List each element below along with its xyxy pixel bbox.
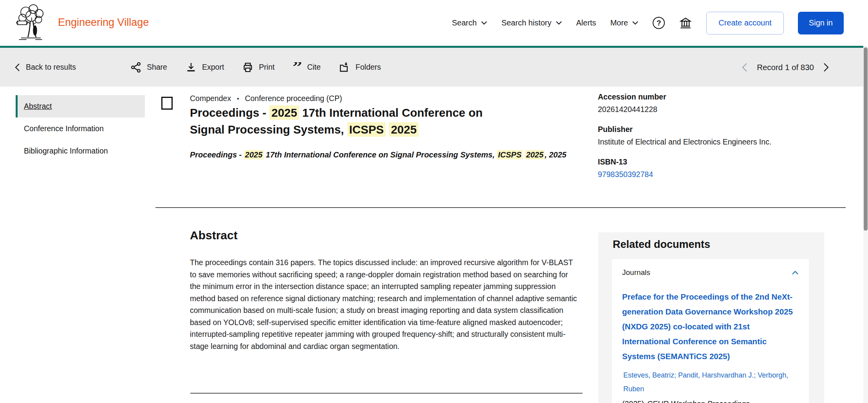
isbn-label: ISBN-13 (598, 157, 845, 166)
nav-more[interactable]: More (610, 18, 639, 27)
chevron-left-icon (742, 63, 747, 72)
abstract-heading: Abstract (190, 229, 238, 242)
folders-button[interactable]: Folders (339, 61, 381, 73)
title-highlight: 2025 (269, 105, 299, 120)
printer-icon (242, 61, 254, 73)
bullet-separator: • (237, 95, 239, 102)
record-metadata-panel: Accession number 20261420441228 Publishe… (598, 92, 845, 190)
citation-segment: Proceedings - (190, 150, 244, 159)
database-label: Compendex (190, 94, 231, 103)
record-citation: Proceedings - 2025 17th International Co… (190, 150, 585, 159)
sidebar-item-abstract-label: Abstract (24, 102, 52, 111)
related-documents-panel: Related documents Journals Preface for t… (598, 232, 824, 403)
related-document-year: (2025) (622, 399, 644, 403)
section-divider (155, 207, 846, 208)
engineering-village-record-page: Engineering Village Search Search histor… (0, 0, 868, 403)
sign-in-button[interactable]: Sign in (798, 12, 844, 34)
back-to-results-button[interactable]: Back to results (15, 63, 76, 72)
journals-group-label: Journals (622, 268, 650, 277)
citation-highlight: 2025 (525, 150, 545, 159)
accession-number-field: Accession number 20261420441228 (598, 92, 845, 114)
folders-label: Folders (356, 63, 381, 72)
nav-search-history-label: Search history (502, 18, 552, 27)
cite-button[interactable]: ” Cite (292, 62, 321, 72)
related-document-authors-links[interactable]: Esteves, Beatriz; Pandit, Harshvardhan J… (612, 364, 809, 396)
related-document-source-title: CEUR Workshop Proceedings (647, 399, 749, 403)
citation-highlight: ICSPS (497, 150, 523, 159)
accession-number-label: Accession number (598, 92, 845, 101)
sidebar-item-bibliographic-information[interactable]: Bibliographic Information (16, 140, 145, 162)
record-pagination-label: Record 1 of 830 (757, 63, 814, 72)
page-scrollbar-thumb[interactable] (864, 47, 868, 231)
brand-name: Engineering Village (58, 16, 149, 29)
related-document-title-link[interactable]: Preface for the Proceedings of the 2nd N… (612, 280, 809, 364)
nav-alerts[interactable]: Alerts (576, 18, 596, 27)
download-icon (185, 61, 197, 73)
nav-search[interactable]: Search (452, 18, 487, 27)
previous-record-button[interactable] (742, 63, 747, 72)
chevron-right-icon (823, 63, 829, 72)
nav-search-history[interactable]: Search history (502, 18, 562, 27)
publisher-label: Publisher (598, 125, 845, 134)
accession-number-value: 20261420441228 (598, 105, 845, 114)
related-document-source: (2025)CEUR Workshop Proceedings (612, 396, 809, 403)
nav-alerts-label: Alerts (576, 18, 596, 27)
sidebar-item-conference-information-label: Conference Information (24, 124, 104, 133)
share-button[interactable]: Share (130, 61, 167, 73)
citation-segment: , 2025 (545, 150, 567, 159)
citation-segment: 17th International Conference on Signal … (263, 150, 497, 159)
share-label: Share (147, 63, 167, 72)
citation-highlight: 2025 (244, 150, 264, 159)
document-type-label: Conference proceeding (CP) (245, 94, 342, 103)
isbn-link[interactable]: 9798350392784 (598, 170, 845, 179)
institution-bank-icon[interactable] (679, 16, 692, 30)
isbn-field: ISBN-13 9798350392784 (598, 157, 845, 179)
next-record-button[interactable] (823, 63, 829, 72)
create-account-button[interactable]: Create account (706, 12, 784, 34)
title-segment: Proceedings - (190, 106, 269, 119)
export-button[interactable]: Export (185, 61, 224, 73)
chevron-down-icon (556, 21, 562, 25)
nav-search-label: Search (452, 18, 476, 27)
section-nav: Abstract Conference Information Bibliogr… (16, 95, 145, 162)
nav-more-label: More (610, 18, 628, 27)
print-label: Print (259, 63, 274, 72)
export-label: Export (202, 63, 224, 72)
sidebar-item-bibliographic-information-label: Bibliographic Information (24, 146, 108, 155)
record-select-checkbox[interactable] (161, 97, 173, 110)
folder-add-icon (339, 61, 350, 73)
title-highlight: 2025 (389, 122, 419, 137)
sidebar-item-abstract[interactable]: Abstract (16, 95, 145, 117)
elsevier-tree-logo-icon (16, 3, 46, 42)
record-title: Proceedings - 2025 17th International Co… (190, 104, 484, 138)
back-to-results-label: Back to results (26, 63, 76, 72)
chevron-up-icon (792, 271, 799, 275)
sidebar-item-conference-information[interactable]: Conference Information (16, 117, 145, 140)
record-meta-row: Compendex • Conference proceeding (CP) (190, 94, 342, 103)
record-pagination: Record 1 of 830 (742, 63, 829, 72)
share-icon (130, 61, 142, 73)
chevron-down-icon (481, 21, 487, 25)
title-highlight: ICSPS (347, 122, 386, 137)
abstract-text: The proceedings contain 316 papers. The … (190, 257, 578, 352)
brand-logo[interactable]: Engineering Village (16, 3, 149, 42)
cite-label: Cite (307, 63, 321, 72)
help-icon[interactable] (653, 17, 665, 29)
abstract-divider (190, 393, 583, 394)
quote-icon: ” (292, 62, 302, 72)
publisher-value: Institute of Electrical and Electronics … (598, 137, 845, 146)
toolbar-actions: Share Export Print ” Cite (130, 61, 381, 73)
app-header: Engineering Village Search Search histor… (0, 0, 863, 46)
publisher-field: Publisher Institute of Electrical and El… (598, 125, 845, 146)
journals-group-toggle[interactable]: Journals (612, 259, 809, 280)
related-documents-card: Journals Preface for the Proceedings of … (612, 259, 809, 403)
related-documents-heading: Related documents (613, 239, 824, 251)
citation-segment (523, 150, 525, 159)
chevron-down-icon (632, 21, 639, 25)
header-nav: Search Search history Alerts More Cre (452, 0, 844, 46)
chevron-left-icon (15, 63, 20, 72)
print-button[interactable]: Print (242, 61, 274, 73)
record-toolbar: Back to results Share Export (0, 48, 863, 87)
